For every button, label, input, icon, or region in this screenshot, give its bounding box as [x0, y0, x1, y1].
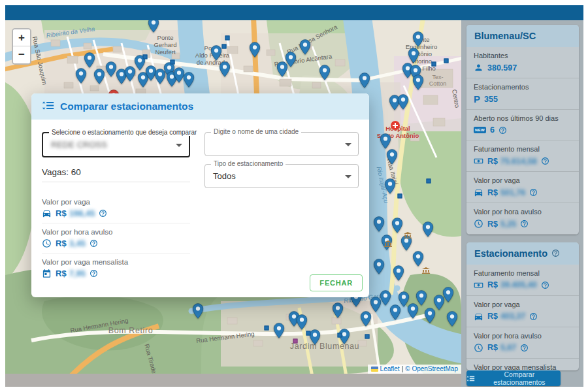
stat-row: Aberto nos últimos 90 diasNEW6: [466, 110, 579, 140]
zoom-in-button[interactable]: +: [13, 29, 30, 46]
map-square-marker[interactable]: [444, 59, 449, 63]
person-icon: [474, 63, 483, 73]
map-pin-marker[interactable]: [211, 45, 222, 61]
map-pin-marker[interactable]: [392, 218, 403, 233]
map-pin-marker[interactable]: [274, 323, 285, 338]
map-pin-marker[interactable]: [310, 329, 321, 345]
currency-label: R$: [487, 157, 498, 166]
stat-row: Valor por vaga mensalistaR$178,65: [466, 359, 579, 370]
map-pin-marker[interactable]: [106, 61, 117, 77]
help-icon[interactable]: [529, 188, 538, 197]
map-pin-marker[interactable]: [380, 290, 391, 306]
select-estacionamento[interactable]: Selecione o estacionamento que deseja co…: [42, 132, 190, 157]
comparar-estacionamentos-button[interactable]: Comparar estacionamentos: [466, 370, 561, 386]
map-pin-marker[interactable]: [184, 72, 195, 88]
stat-amount: 501,76: [500, 188, 525, 197]
map-square-marker[interactable]: [143, 55, 148, 59]
map-pin-marker[interactable]: [374, 216, 385, 232]
help-icon[interactable]: [90, 269, 98, 278]
openstreetmap-link[interactable]: © OpenStreetMap: [405, 365, 458, 372]
select-tipo[interactable]: Tipo de estacionamento Todos: [204, 164, 359, 188]
compare-list-icon: [42, 99, 54, 114]
map-square-marker[interactable]: [265, 326, 269, 331]
divider: [42, 182, 190, 182]
map-pin-marker[interactable]: [94, 69, 105, 84]
map-pin-marker[interactable]: [76, 68, 87, 84]
map-pin-marker[interactable]: [443, 287, 454, 302]
clock-icon: [474, 219, 483, 229]
map-square-marker[interactable]: [222, 44, 227, 49]
map-pin-marker[interactable]: [393, 265, 404, 281]
map-square-marker[interactable]: [365, 335, 370, 339]
map-pin-marker[interactable]: [413, 74, 424, 90]
help-icon[interactable]: [90, 239, 98, 248]
map-pin-marker[interactable]: [84, 52, 95, 68]
car-icon: [474, 188, 483, 197]
money-icon: [474, 156, 483, 166]
map-square-marker[interactable]: [225, 36, 230, 41]
stat-label: Faturamento mensal: [474, 269, 572, 277]
map-pin-marker[interactable]: [333, 302, 344, 318]
map-pin-marker[interactable]: [387, 149, 398, 165]
currency-label: R$: [56, 208, 67, 218]
map-pin-marker[interactable]: [416, 290, 427, 306]
zoom-out-button[interactable]: −: [13, 46, 30, 63]
stat-row: Faturamento mensalR$75.614,58: [466, 140, 579, 172]
help-icon[interactable]: [541, 157, 549, 165]
help-icon[interactable]: [529, 312, 538, 321]
map-pin-marker[interactable]: [220, 61, 231, 77]
clock-icon: [474, 343, 483, 353]
map-square-marker[interactable]: [171, 60, 175, 65]
help-icon[interactable]: [520, 220, 529, 228]
compare-modal: Comparar estacionamentos Selecione o est…: [31, 93, 369, 297]
map-pin-marker[interactable]: [398, 94, 409, 110]
attribution-separator: |: [402, 365, 404, 372]
stat-row: Valor por vagaR$403,37: [466, 296, 579, 327]
map-pin-marker[interactable]: [380, 133, 391, 149]
map-pin-marker[interactable]: [250, 42, 261, 57]
help-icon[interactable]: [498, 126, 507, 135]
map-pin-marker[interactable]: [423, 221, 434, 237]
stat-value: R$39.405,40: [474, 280, 572, 290]
stat-row: EstacionamentosP355: [466, 78, 579, 110]
map-pin-marker[interactable]: [300, 39, 311, 55]
stat-value: R$501,76: [474, 188, 572, 197]
map-pin-marker[interactable]: [385, 178, 396, 194]
map-square-marker[interactable]: [427, 179, 431, 184]
currency-label: R$: [487, 220, 498, 229]
map-pin-marker[interactable]: [408, 48, 419, 63]
chevron-down-icon: [345, 175, 351, 178]
map-pin-marker[interactable]: [361, 311, 372, 327]
map-pin-marker[interactable]: [359, 73, 370, 88]
map-pin-marker[interactable]: [297, 314, 308, 330]
stat-amount: 75.614,58: [500, 157, 537, 166]
map-square-marker[interactable]: [338, 333, 342, 338]
leaflet-link[interactable]: Leaflet: [380, 365, 400, 372]
sidebar-card-city: Blumenau/SCHabitantes380.597Estacionamen…: [466, 25, 579, 235]
help-icon[interactable]: [541, 281, 549, 289]
map-pin-marker[interactable]: [447, 311, 458, 327]
help-icon[interactable]: [551, 249, 560, 257]
input-cidade[interactable]: Digite o nome de uma cidade: [204, 132, 359, 156]
fechar-button[interactable]: FECHAR: [310, 274, 363, 291]
map-square-marker[interactable]: [398, 194, 402, 199]
map-pin-marker[interactable]: [286, 52, 297, 67]
help-icon[interactable]: [99, 209, 107, 218]
stat-row: Valor por hora avulsoR$3,45: [42, 228, 190, 253]
map-square-marker[interactable]: [432, 62, 436, 67]
map-pin-marker[interactable]: [319, 65, 331, 80]
map-square-marker[interactable]: [306, 331, 311, 336]
help-icon[interactable]: [520, 344, 529, 352]
currency-label: R$: [487, 280, 498, 289]
map-pin-marker[interactable]: [148, 20, 159, 33]
stat-label: Valor por vaga: [474, 301, 572, 308]
stat-value: R$7,95: [42, 269, 190, 278]
compare-button-label: Comparar estacionamentos: [478, 370, 561, 386]
list-icon: [42, 99, 54, 112]
select-tipo-value: Todos: [213, 171, 236, 181]
map-pin-marker[interactable]: [374, 259, 385, 274]
sidebar: Blumenau/SCHabitantes380.597Estacionamen…: [461, 20, 583, 387]
stat-amount: 5,67: [500, 343, 516, 352]
map-pin-marker[interactable]: [413, 31, 424, 47]
map-pin-marker[interactable]: [193, 303, 204, 319]
